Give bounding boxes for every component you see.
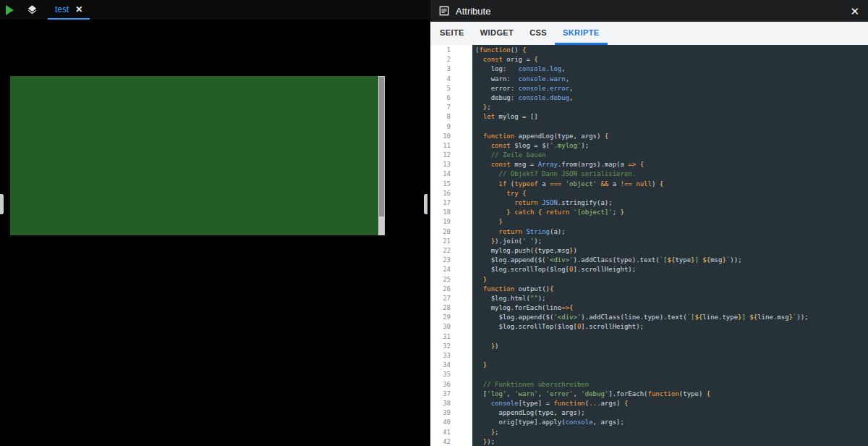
line-number: 7 xyxy=(430,103,451,112)
code-line[interactable]: } catch { return '[object]'; } xyxy=(475,208,868,217)
line-number: 8 xyxy=(430,112,451,122)
line-number: 15 xyxy=(430,180,451,189)
code-line[interactable]: }; xyxy=(475,103,868,112)
line-number: 30 xyxy=(430,322,451,332)
line-number: 42 xyxy=(430,437,451,446)
line-number: 33 xyxy=(430,351,451,361)
tab-skripte[interactable]: SKRIPTE xyxy=(555,22,607,45)
line-number: 37 xyxy=(430,390,451,399)
line-number: 11 xyxy=(430,141,451,151)
code-line[interactable]: orig[type].apply(console, args); xyxy=(475,418,868,427)
code-line[interactable]: $log.scrollTop($log[0].scrollHeight); xyxy=(475,265,868,274)
attribute-panel-header: Attribute ✕ xyxy=(430,0,868,22)
line-number: 41 xyxy=(430,428,451,437)
code-line[interactable]: log: console.log, xyxy=(475,64,868,74)
line-number: 35 xyxy=(430,370,451,379)
line-number: 32 xyxy=(430,342,451,351)
line-number: 28 xyxy=(430,303,451,313)
tab-test-label: test xyxy=(55,4,69,14)
line-number: 2 xyxy=(430,55,451,64)
code-line[interactable]: // Objekt? Dann JSON serialisieren. xyxy=(475,169,868,179)
line-number: 23 xyxy=(430,256,451,265)
code-line[interactable]: const $log = $('.mylog'); xyxy=(475,141,868,151)
line-number: 1 xyxy=(430,46,451,55)
code-line[interactable]: mylog.push({type,msg}) xyxy=(475,246,868,256)
line-number: 13 xyxy=(430,160,451,169)
code-line[interactable] xyxy=(475,332,868,342)
code-line[interactable]: // Zeile bauen xyxy=(475,151,868,160)
widget-scrollbar-thumb[interactable] xyxy=(379,77,384,216)
line-number: 36 xyxy=(430,380,451,390)
code-line[interactable]: ['log', 'warn', 'error', 'debug'].forEac… xyxy=(475,390,868,399)
line-number: 18 xyxy=(430,208,451,217)
layers-button[interactable] xyxy=(27,0,38,20)
line-number: 22 xyxy=(430,246,451,256)
code-line[interactable]: $log.append($('<div>').addClass(line.typ… xyxy=(475,313,868,322)
code-line[interactable]: }; xyxy=(475,428,868,437)
code-line[interactable]: }).join(' '); xyxy=(475,237,868,246)
line-number: 39 xyxy=(430,408,451,418)
line-number: 14 xyxy=(430,169,451,179)
code-line[interactable]: } xyxy=(475,217,868,227)
code-line[interactable]: mylog.forEach(line=>{ xyxy=(475,303,868,313)
line-number: 40 xyxy=(430,418,451,427)
layers-icon xyxy=(27,4,38,15)
code-line[interactable]: return JSON.stringify(a); xyxy=(475,198,868,208)
line-number: 38 xyxy=(430,399,451,408)
code-line[interactable]: warn: console.warn, xyxy=(475,75,868,84)
code-line[interactable]: try { xyxy=(475,189,868,198)
line-number: 10 xyxy=(430,132,451,141)
code-content[interactable]: (function() { const orig = { log: consol… xyxy=(472,45,868,446)
code-line[interactable]: function appendLog(type, args) { xyxy=(475,132,868,141)
app-window: test ✕ Attribute ✕ SEITEWIDGETCSSSKRIPTE… xyxy=(0,0,868,446)
line-number: 34 xyxy=(430,361,451,370)
code-line[interactable]: }) xyxy=(475,342,868,351)
line-number: 5 xyxy=(430,84,451,93)
line-number: 25 xyxy=(430,275,451,285)
line-number: 4 xyxy=(430,75,451,84)
run-button[interactable] xyxy=(6,0,14,20)
code-line[interactable]: $log.scrollTop($log[0].scrollHeight); xyxy=(475,322,868,332)
code-line[interactable]: const orig = { xyxy=(475,55,868,64)
code-line[interactable]: }); xyxy=(475,437,868,446)
code-line[interactable]: console[type] = function(...args) { xyxy=(475,399,868,408)
line-number: 31 xyxy=(430,332,451,342)
code-line[interactable]: function output(){ xyxy=(475,285,868,294)
line-number: 3 xyxy=(430,64,451,74)
green-widget[interactable] xyxy=(10,76,385,235)
code-line[interactable]: const msg = Array.from(args).map(a => { xyxy=(475,160,868,169)
line-number: 29 xyxy=(430,313,451,322)
tab-css[interactable]: CSS xyxy=(522,22,555,45)
tab-test-close-icon[interactable]: ✕ xyxy=(75,4,82,14)
code-line[interactable] xyxy=(475,351,868,361)
code-line[interactable]: } xyxy=(475,361,868,370)
preview-pane: test ✕ xyxy=(0,0,430,446)
code-line[interactable]: $log.html(""); xyxy=(475,294,868,303)
code-line[interactable]: $log.append($('<div>').addClass(type).te… xyxy=(475,256,868,265)
code-line[interactable]: appendLog(type, args); xyxy=(475,408,868,418)
code-line[interactable]: return String(a); xyxy=(475,227,868,237)
line-number-gutter: 1234567891011121314151617181920212223242… xyxy=(430,45,472,446)
widget-scrollbar[interactable] xyxy=(378,76,385,235)
code-editor[interactable]: 1234567891011121314151617181920212223242… xyxy=(430,45,868,446)
resize-grip-right[interactable] xyxy=(424,194,427,214)
attribute-panel: Attribute ✕ SEITEWIDGETCSSSKRIPTE 123456… xyxy=(430,0,868,446)
code-line[interactable] xyxy=(475,370,868,379)
code-line[interactable] xyxy=(475,122,868,132)
tab-seite[interactable]: SEITE xyxy=(432,22,472,45)
tab-widget[interactable]: WIDGET xyxy=(472,22,522,45)
code-line[interactable]: let mylog = [] xyxy=(475,112,868,122)
code-line[interactable]: debug: console.debug, xyxy=(475,93,868,103)
line-number: 20 xyxy=(430,227,451,237)
line-number: 6 xyxy=(430,93,451,103)
resize-grip-left[interactable] xyxy=(0,194,4,214)
code-line[interactable]: // Funktionen überschreiben xyxy=(475,380,868,390)
panel-close-button[interactable]: ✕ xyxy=(850,6,859,17)
line-number: 21 xyxy=(430,237,451,246)
code-line[interactable]: (function() { xyxy=(475,46,868,55)
code-line[interactable]: if (typeof a === 'object' && a !== null)… xyxy=(475,180,868,189)
code-line[interactable]: error: console.error, xyxy=(475,84,868,93)
line-number: 9 xyxy=(430,122,451,132)
tab-test[interactable]: test ✕ xyxy=(48,0,90,20)
code-line[interactable]: } xyxy=(475,275,868,285)
